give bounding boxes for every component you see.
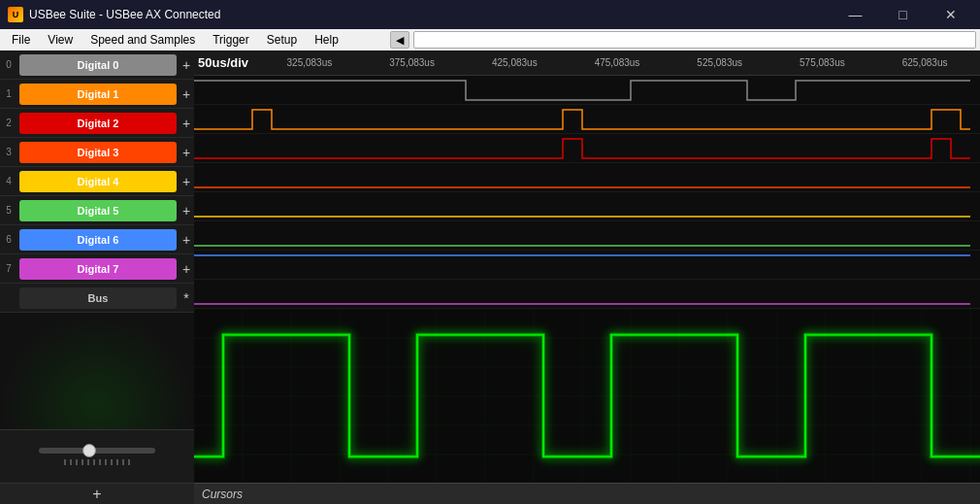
cursors-bar: Cursors [194,483,980,504]
channel-row-3: 3 Digital 3 + [0,138,194,167]
zoom-area [0,429,194,483]
nav-back-button[interactable]: ◀ [390,31,409,49]
maximize-button[interactable]: □ [881,0,925,29]
left-panel: 0 Digital 0 + 1 Digital 1 + 2 Digital 2 … [0,50,194,504]
waveform-svg-3 [194,163,970,192]
channel-label-6: Digital 6 [19,229,177,251]
titlebar: U USBee Suite - USBee AX Connected — □ ✕ [0,0,980,29]
bus-section: Bus * + [0,284,194,504]
menu-file[interactable]: File [4,31,38,49]
time-mark-3: 475,083us [595,57,640,68]
channel-num-1: 1 [0,88,17,99]
channel-add-6[interactable]: + [179,232,194,248]
minimize-button[interactable]: — [833,0,877,29]
scope-canvas [194,309,980,483]
channel-num-2: 2 [0,118,17,128]
menu-speed-samples[interactable]: Speed and Samples [82,31,203,49]
time-mark-4: 525,083us [697,57,742,68]
waveform-row-4 [194,192,980,221]
channel-row-7: 7 Digital 7 + [0,254,194,284]
waveform-row-7 [194,280,980,309]
channel-num-7: 7 [0,263,17,274]
waveform-row-2 [194,134,980,163]
channel-add-2[interactable]: + [179,116,194,131]
menu-view[interactable]: View [40,31,81,49]
channel-row-6: 6 Digital 6 + [0,225,194,254]
menu-trigger[interactable]: Trigger [205,31,257,49]
channel-label-3: Digital 3 [19,142,177,163]
waveform-row-1 [194,105,980,134]
cursors-label: Cursors [202,487,243,501]
menubar: File View Speed and Samples Trigger Setu… [0,29,980,50]
waveform-row-3 [194,163,980,192]
waveform-row-5 [194,221,980,251]
bus-row: Bus * [0,284,194,313]
channel-add-3[interactable]: + [179,145,194,160]
zoom-ticks [64,459,130,465]
window-title: USBee Suite - USBee AX Connected [29,8,833,21]
channel-add-7[interactable]: + [179,261,194,277]
zoom-thumb[interactable] [82,444,96,457]
add-channel-button[interactable]: + [0,483,194,504]
channel-label-7: Digital 7 [19,258,177,280]
waveform-row-6 [194,251,980,280]
channel-add-5[interactable]: + [179,203,194,218]
time-mark-2: 425,083us [492,57,538,68]
close-button[interactable]: ✕ [929,0,972,29]
channel-row-2: 2 Digital 2 + [0,109,194,138]
time-mark-1: 375,083us [389,57,435,68]
waveform-svg-4 [194,192,970,221]
window-controls: — □ ✕ [833,0,972,29]
channel-num-3: 3 [0,147,17,157]
channel-add-1[interactable]: + [179,86,194,102]
app-icon: U [8,7,23,22]
time-ruler: 50us/div 325,083us 375,083us 425,083us 4… [194,50,980,76]
channels-list: 0 Digital 0 + 1 Digital 1 + 2 Digital 2 … [0,50,194,284]
time-div-label: 50us/div [198,55,248,70]
waveform-svg-7 [194,280,970,309]
channel-row-4: 4 Digital 4 + [0,167,194,196]
time-mark-0: 325,083us [287,57,333,68]
right-panel: 50us/div 325,083us 375,083us 425,083us 4… [194,50,980,504]
waveforms-area [194,76,980,309]
search-bar[interactable] [413,31,976,49]
channel-label-1: Digital 1 [19,84,177,105]
waveform-svg-6 [194,251,970,280]
search-container: ◀ [390,31,976,49]
waveform-row-0 [194,76,980,105]
bus-plus[interactable]: * [179,290,194,306]
channel-row-1: 1 Digital 1 + [0,80,194,109]
channel-row-0: 0 Digital 0 + [0,50,194,80]
time-mark-5: 575,083us [800,57,845,68]
channel-label-2: Digital 2 [19,113,177,134]
bus-waveform [0,313,194,429]
channel-num-4: 4 [0,176,17,186]
channel-num-0: 0 [0,59,17,70]
channel-add-0[interactable]: + [179,57,194,73]
waveform-svg-2 [194,134,970,163]
channel-label-4: Digital 4 [19,171,177,192]
channel-label-5: Digital 5 [19,200,177,221]
waveform-svg-5 [194,221,970,251]
main-container: 0 Digital 0 + 1 Digital 1 + 2 Digital 2 … [0,50,980,504]
channel-add-4[interactable]: + [179,174,194,189]
menu-setup[interactable]: Setup [259,31,305,49]
waveform-svg-1 [194,105,970,134]
channel-label-0: Digital 0 [19,54,177,76]
scope-area [194,309,980,483]
time-marks: 325,083us 375,083us 425,083us 475,083us … [258,57,976,68]
waveform-svg-0 [194,76,970,105]
channel-row-5: 5 Digital 5 + [0,196,194,225]
menu-help[interactable]: Help [307,31,346,49]
channel-num-6: 6 [0,234,17,245]
zoom-track[interactable] [39,448,155,454]
time-mark-6: 625,083us [902,57,948,68]
channel-num-5: 5 [0,205,17,216]
bus-label: Bus [19,287,177,309]
